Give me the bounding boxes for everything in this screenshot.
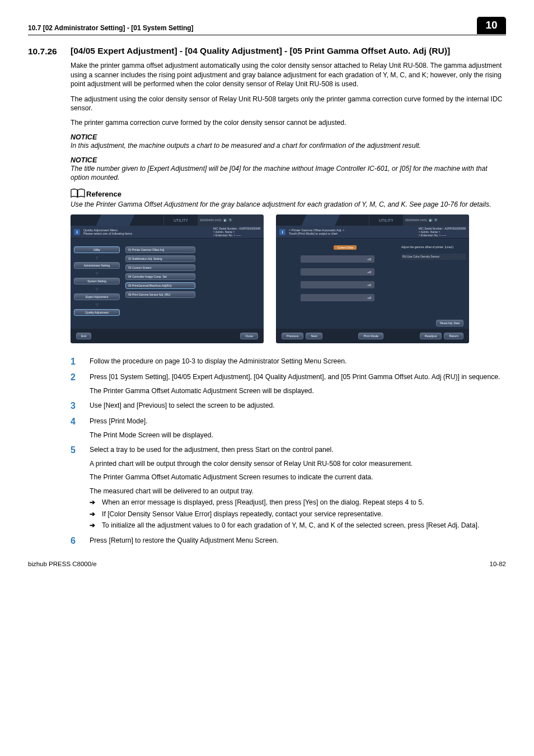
sub-desc: Touch [Print Mode] to output a chart (289, 232, 344, 235)
arrow-icon: ➔ (90, 498, 97, 507)
notice-heading: NOTICE (71, 156, 506, 164)
step-bullet: If [Color Density Sensor Value Error] di… (102, 510, 383, 519)
chevron-down-icon: ▽ (74, 272, 120, 274)
info-icon: i (74, 229, 80, 235)
exit-button[interactable]: Exit (76, 333, 91, 339)
step-number: 1 (71, 357, 78, 367)
step-number: 4 (71, 417, 78, 440)
paragraph: Make the printer gamma offset adjustment… (71, 61, 506, 88)
datetime: 2010/04/04 14:01 (200, 218, 222, 222)
reset-adj-data-button[interactable]: Reset Adj. Data (436, 320, 463, 326)
menu-option[interactable]: 01 Printer Gamma Offset Adj. (125, 246, 195, 253)
step-subtext: A printed chart will be output through t… (90, 459, 506, 468)
menu-option[interactable]: 06 Print Gamma Sensor Adj. (RU) (125, 291, 195, 298)
step-text: Use [Next] and [Previous] to select the … (90, 401, 506, 411)
memory-icon: ◐ (428, 218, 433, 222)
chapter-tab: 10 (477, 17, 506, 34)
return-button[interactable]: Return (444, 333, 463, 339)
screenshot-row: UTILITY 2010/04/04 14:01 ◐ ? i Quality A… (71, 214, 506, 343)
menu-option[interactable]: 04 Controller Image Comp. Set (125, 273, 195, 280)
screenshot-adjustment: UTILITY 2010/04/04 14:01 ◐ ? i < Printer… (276, 214, 469, 343)
step-subtext: The measured chart will be delivered to … (90, 487, 506, 496)
step-text: Select a tray to be used for the adjustm… (90, 445, 506, 454)
crumb-admin-setting[interactable]: Administrator Setting (74, 262, 120, 269)
reference-heading: Reference (86, 190, 121, 198)
current-data-button[interactable]: Current Data (334, 245, 357, 250)
step-number: 6 (71, 536, 78, 546)
step-text: Follow the procedure on page 10-3 to dis… (90, 357, 506, 367)
utility-label: UTILITY (369, 214, 403, 226)
menu-option[interactable]: 02 Stabilization Adj. Setting (125, 255, 195, 262)
close-button[interactable]: Close (240, 333, 258, 339)
value-box: +0 (301, 255, 374, 263)
previous-button[interactable]: Previous (282, 333, 303, 339)
menu-option[interactable]: 03 Custom Screen (125, 264, 195, 271)
steps-list: 1 Follow the procedure on page 10-3 to d… (71, 357, 506, 545)
crumb-expert-adj[interactable]: Expert Adjustment (74, 293, 120, 300)
notice-body: In this adjustment, the machine outputs … (71, 142, 506, 151)
notice-heading: NOTICE (71, 133, 506, 141)
datetime: 2010/04/04 14:01 (405, 218, 427, 222)
header-breadcrumb: 10.7 [02 Administrator Setting] - [01 Sy… (28, 24, 194, 34)
step-text: Press [01 System Setting], [04/05 Expert… (90, 372, 506, 381)
step-bullet: When an error message is displayed, pres… (102, 498, 424, 507)
paragraph: The printer gamma correction curve forme… (71, 118, 506, 127)
section-title: [04/05 Expert Adjustment] - [04 Quality … (71, 45, 450, 57)
page-footer: bizhub PRESS C8000/e 10-82 (28, 561, 506, 567)
memory-icon: ◐ (223, 218, 227, 222)
footer-model: bizhub PRESS C8000/e (28, 561, 97, 567)
crumb-utility[interactable]: Utility (74, 246, 120, 253)
extension-no: < Extension No. > ----- (419, 234, 466, 237)
sensor-label: RU:Use Color Density Sensor (401, 254, 466, 260)
book-icon (71, 188, 85, 200)
next-button[interactable]: Next (306, 333, 322, 339)
arrow-icon: ➔ (90, 510, 97, 519)
step-subtext: The Print Mode Screen will be displayed. (90, 431, 506, 440)
sub-desc: Please select one of following items (83, 232, 132, 235)
adjust-hint: Adjust the gamma offset of printer. (Lin… (401, 245, 466, 249)
value-box: +0 (301, 281, 374, 288)
help-icon[interactable]: ? (434, 218, 438, 222)
print-mode-button[interactable]: Print Mode (358, 333, 383, 339)
step-text: Press [Return] to restore the Quality Ad… (90, 536, 506, 546)
screenshot-menu: UTILITY 2010/04/04 14:01 ◐ ? i Quality A… (71, 214, 264, 343)
help-icon[interactable]: ? (228, 218, 232, 222)
chevron-down-icon: ▽ (74, 256, 120, 259)
step-text: Press [Print Mode]. (90, 417, 506, 426)
reference-body: Use the Printer Gamma Offset Adjustment … (71, 200, 506, 209)
paragraph: The adjustment using the color density s… (71, 95, 506, 113)
readjust-button[interactable]: Readjust (420, 333, 442, 339)
value-box: +0 (301, 294, 374, 301)
notice-body: The title number given to [Expert Adjust… (71, 165, 506, 183)
page-header: 10.7 [02 Administrator Setting] - [01 Sy… (28, 17, 506, 35)
step-subtext: The Printer Gamma Offset Automatic Adjus… (90, 473, 506, 482)
arrow-icon: ➔ (90, 521, 97, 530)
chevron-down-icon: ▽ (74, 288, 120, 290)
footer-page: 10-82 (490, 561, 506, 567)
chevron-down-icon: ▽ (74, 304, 120, 306)
crumb-quality-adj[interactable]: Quality Adjustment (74, 309, 120, 316)
info-icon: i (279, 229, 285, 235)
step-bullet: To initialize all the adjustment values … (102, 521, 479, 530)
utility-label: UTILITY (164, 214, 198, 226)
value-box: +0 (301, 268, 374, 276)
menu-option[interactable]: 05 PrintGammaOffsetAuto.Adj(RU) (125, 282, 195, 289)
step-number: 3 (71, 401, 78, 411)
step-number: 5 (71, 445, 78, 530)
step-subtext: The Printer Gamma Offset Automatic Adjus… (90, 386, 506, 395)
section-number: 10.7.26 (28, 46, 64, 57)
crumb-system-setting[interactable]: System Setting (74, 278, 120, 284)
step-number: 2 (71, 372, 78, 395)
extension-no: < Extension No. > ----- (213, 234, 260, 237)
